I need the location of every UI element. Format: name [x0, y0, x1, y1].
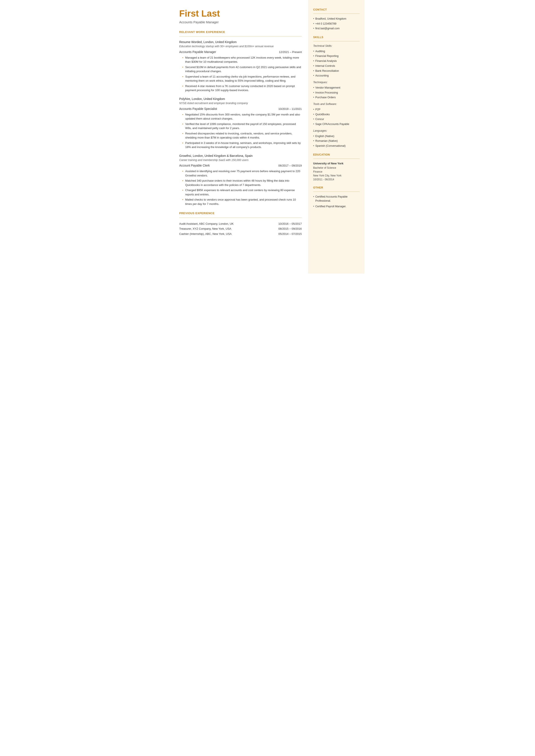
- bullet-2-1: Negotiated 15% discounts from 300 vendor…: [182, 112, 302, 121]
- resume-page: First Last Accounts Payable Manager RELE…: [171, 0, 364, 274]
- tool-sage: Sage CPAAccounts Payable: [313, 122, 360, 127]
- bullet-1-3: Supervised a team of 11 accounting clerk…: [182, 74, 302, 83]
- job-dates-1: 12/2021 – Present: [279, 50, 302, 54]
- company-desc-1: Education technology startup with 50+ em…: [179, 44, 302, 48]
- tool-concur: Concur: [313, 117, 360, 122]
- tools-list: P2P QuickBooks Concur Sage CPAAccounts P…: [313, 107, 360, 127]
- bullet-3-3: Charged $95K expenses to relevant accoun…: [182, 188, 302, 196]
- company-desc-2: NYSE-listed recruitment and employer bra…: [179, 101, 302, 105]
- contact-divider: [313, 14, 360, 14]
- techniques-label: Techniques:: [313, 80, 360, 84]
- company-rest-3: London, United Kingdom & Barcelona, Spai…: [192, 154, 253, 158]
- name: First Last: [179, 9, 302, 18]
- skills-divider: [313, 41, 360, 42]
- job-role-1: Accounts Payable Manager: [179, 50, 216, 54]
- tools-label: Tools and Software:: [313, 102, 360, 106]
- previous-experience-table: Audit Assistant, ABC Company, London, UK…: [179, 221, 302, 237]
- job-bullets-1: Managed a team of 21 bookkeepers who pro…: [179, 56, 302, 92]
- bullet-1-4: Received 4-star reviews from a 7K custom…: [182, 84, 302, 92]
- skill-financial-reporting: Financial Reporting: [313, 54, 360, 59]
- education-section: EDUCATION University of New York Bachelo…: [313, 153, 360, 181]
- technical-skills-list: Auditing Financial Reporting Financial A…: [313, 49, 360, 78]
- company-name-2: Polyhire, London, United Kingdom: [179, 97, 302, 101]
- education-divider: [313, 159, 360, 159]
- skill-bank-reconciliation: Bank Reconciliation: [313, 69, 360, 73]
- lang-romanian: Romanian (Native): [313, 138, 360, 143]
- previous-experience-section-heading: PREVIOUS EXPERIENCE: [179, 211, 302, 216]
- divider-previous: [179, 218, 302, 218]
- edu-location: New York City, New York: [313, 174, 360, 178]
- technique-vendor-mgmt: Vendor Management: [313, 85, 360, 90]
- technique-purchase-orders: Purchase Orders: [313, 95, 360, 100]
- job-role-2: Accounts Payable Specialist: [179, 107, 217, 111]
- contact-section: CONTACT Bradford, United Kingdom +44 0 1…: [313, 8, 360, 31]
- prev-exp-row-1: Audit Assistant, ABC Company, London, UK…: [179, 221, 302, 226]
- prev-role-1: Audit Assistant, ABC Company, London, UK: [179, 221, 265, 226]
- job-block-1: Resume Worded, London, United Kingdom Ed…: [179, 40, 302, 92]
- bullet-2-4: Participated in 3 weeks of in-house trai…: [182, 141, 302, 149]
- lang-english: English (Native): [313, 134, 360, 139]
- job-dates-2: 10/2019 – 11/2021: [278, 107, 302, 111]
- job-block-3: Growthsi, London, United Kingdom & Barce…: [179, 154, 302, 206]
- left-column: First Last Accounts Payable Manager RELE…: [171, 0, 308, 274]
- bullet-3-2: Matched 340 purchase orders to their inv…: [182, 179, 302, 187]
- job-bullets-3: Assisted in identifying and resolving ov…: [179, 169, 302, 206]
- tool-p2p: P2P: [313, 107, 360, 112]
- tool-quickbooks: QuickBooks: [313, 112, 360, 117]
- job-role-3: Account Payable Clerk: [179, 163, 210, 168]
- prev-dates-1: 10/2016 – 05/2017: [265, 221, 302, 226]
- skills-section: SKILLS Technical Skills: Auditing Financ…: [313, 35, 360, 148]
- edu-degree: Bachelor of Science: [313, 166, 360, 170]
- prev-dates-3: 05/2014 – 07/2015: [265, 231, 302, 237]
- job-header-3: Account Payable Clerk 06/2017 – 09/2019: [179, 163, 302, 168]
- company-bold-1: Resume Worded,: [179, 40, 203, 44]
- contact-heading: CONTACT: [313, 8, 360, 12]
- other-item-1: Certified Accounts Payable Professional.: [313, 194, 360, 203]
- other-list: Certified Accounts Payable Professional.…: [313, 194, 360, 209]
- education-heading: EDUCATION: [313, 153, 360, 157]
- job-header-1: Accounts Payable Manager 12/2021 – Prese…: [179, 50, 302, 54]
- edu-field: Finance: [313, 170, 360, 174]
- bullet-2-3: Resolved discrepancies related to invoic…: [182, 131, 302, 140]
- skill-internal-controls: Internal Controls: [313, 64, 360, 69]
- other-heading: OTHER: [313, 186, 360, 190]
- job-header-2: Accounts Payable Specialist 10/2019 – 11…: [179, 107, 302, 111]
- bullet-1-1: Managed a team of 21 bookkeepers who pro…: [182, 56, 302, 64]
- edu-dates: 10/2011 - 06/2014: [313, 178, 360, 181]
- company-rest-2: London, United Kingdom: [191, 97, 225, 101]
- contact-location: Bradford, United Kingdom: [313, 16, 360, 21]
- contact-email: first.last@gmail.com: [313, 26, 360, 31]
- right-column: CONTACT Bradford, United Kingdom +44 0 1…: [308, 0, 364, 274]
- company-bold-2: Polyhire,: [179, 97, 191, 101]
- languages-label: Languages:: [313, 129, 360, 133]
- bullet-2-2: Verified the level of 1099 compliance, m…: [182, 122, 302, 131]
- prev-exp-row-3: Cashier (Internship), ABC, New York, USA…: [179, 231, 302, 237]
- other-item-2: Certified Payroll Manager.: [313, 204, 360, 209]
- relevant-work-section-heading: RELEVANT WORK EXPERIENCE: [179, 30, 302, 34]
- bullet-3-1: Assisted in identifying and resolving ov…: [182, 169, 302, 178]
- skill-auditing: Auditing: [313, 49, 360, 54]
- job-block-2: Polyhire, London, United Kingdom NYSE-li…: [179, 97, 302, 149]
- job-dates-3: 06/2017 – 09/2019: [278, 163, 302, 168]
- prev-dates-2: 08/2015 – 09/2016: [265, 226, 302, 231]
- lang-spanish: Spanish (Conversational): [313, 143, 360, 148]
- other-section: OTHER Certified Accounts Payable Profess…: [313, 186, 360, 209]
- languages-list: English (Native) Romanian (Native) Spani…: [313, 134, 360, 148]
- job-bullets-2: Negotiated 15% discounts from 300 vendor…: [179, 112, 302, 149]
- bullet-1-2: Secured $10M in default payments from 42…: [182, 65, 302, 73]
- prev-role-3: Cashier (Internship), ABC, New York, USA: [179, 231, 265, 237]
- skills-heading: SKILLS: [313, 35, 360, 40]
- skill-accounting: Accounting: [313, 73, 360, 78]
- technical-skills-label: Technical Skills:: [313, 44, 360, 48]
- job-title: Accounts Payable Manager: [179, 20, 302, 25]
- other-divider: [313, 191, 360, 192]
- bullet-3-4: Mailed checks to vendors once approval h…: [182, 197, 302, 206]
- techniques-list: Vendor Management Invoice Processing Pur…: [313, 85, 360, 100]
- technique-invoice-processing: Invoice Processing: [313, 90, 360, 95]
- contact-list: Bradford, United Kingdom +44 0 123456789…: [313, 16, 360, 31]
- company-desc-3: Career training and membership SaaS with…: [179, 158, 302, 162]
- skill-financial-analysis: Financial Analysis: [313, 59, 360, 64]
- prev-exp-row-2: Treasurer, XYZ Company, New York, USA 08…: [179, 226, 302, 231]
- company-bold-3: Growthsi,: [179, 154, 192, 158]
- education-block: University of New York Bachelor of Scien…: [313, 161, 360, 182]
